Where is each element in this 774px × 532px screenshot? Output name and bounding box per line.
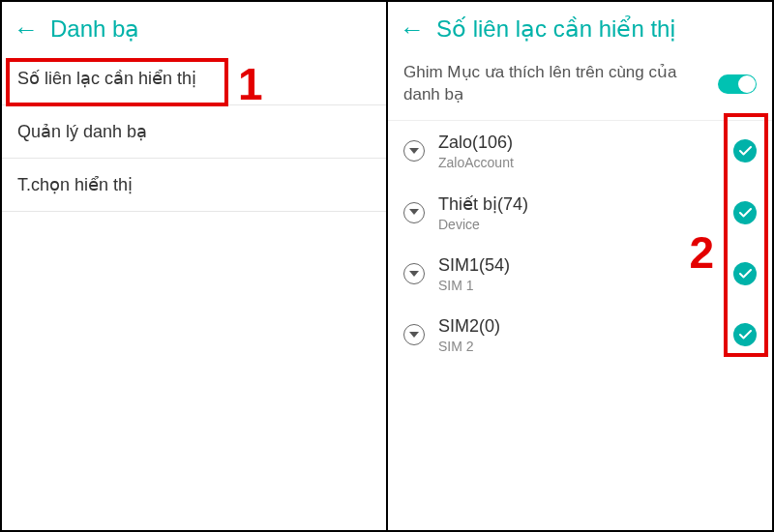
checkmark-icon[interactable]	[733, 201, 757, 224]
account-text: Zalo(106) ZaloAccount	[438, 133, 720, 170]
account-subtitle: Device	[438, 217, 720, 232]
account-text: SIM2(0) SIM 2	[438, 316, 720, 354]
back-icon[interactable]: ←	[14, 16, 39, 42]
expand-icon[interactable]	[403, 263, 425, 284]
back-icon[interactable]: ←	[400, 16, 425, 42]
expand-icon[interactable]	[403, 202, 425, 223]
pin-favorites-label: Ghim Mục ưa thích lên trên cùng của danh…	[403, 62, 708, 106]
account-title: SIM2(0)	[438, 316, 720, 337]
account-row-device[interactable]: Thiết bị(74) Device	[388, 182, 772, 244]
checkmark-icon[interactable]	[733, 262, 757, 285]
account-text: SIM1(54) SIM 1	[438, 255, 720, 293]
account-row-sim2[interactable]: SIM2(0) SIM 2	[388, 305, 772, 366]
header: ← Số liên lạc cần hiển thị	[388, 2, 772, 52]
page-title: Danh bạ	[50, 15, 139, 43]
account-row-sim1[interactable]: SIM1(54) SIM 1	[388, 244, 772, 305]
header: ← Danh bạ	[2, 2, 386, 52]
expand-icon[interactable]	[403, 324, 425, 345]
expand-icon[interactable]	[403, 140, 425, 162]
pin-favorites-toggle[interactable]	[718, 74, 757, 94]
two-pane-container: ← Danh bạ Số liên lạc cần hiển thị Quản …	[0, 0, 774, 532]
left-screen: ← Danh bạ Số liên lạc cần hiển thị Quản …	[2, 2, 388, 530]
checkmark-icon[interactable]	[733, 323, 757, 346]
account-text: Thiết bị(74) Device	[438, 193, 720, 232]
account-subtitle: SIM 2	[438, 339, 720, 354]
account-title: Zalo(106)	[438, 133, 720, 153]
checkmark-icon[interactable]	[733, 139, 757, 163]
menu-item-manage-contacts[interactable]: Quản lý danh bạ	[2, 105, 386, 159]
menu-item-contacts-to-display[interactable]: Số liên lạc cần hiển thị	[2, 52, 386, 105]
pin-favorites-row[interactable]: Ghim Mục ưa thích lên trên cùng của danh…	[388, 52, 772, 121]
account-title: SIM1(54)	[438, 255, 720, 276]
account-title: Thiết bị(74)	[438, 193, 720, 215]
annotation-number-1: 1	[238, 58, 263, 110]
page-title: Số liên lạc cần hiển thị	[436, 15, 676, 43]
account-subtitle: ZaloAccount	[438, 155, 720, 170]
account-row-zalo[interactable]: Zalo(106) ZaloAccount	[388, 121, 772, 182]
right-screen: ← Số liên lạc cần hiển thị Ghim Mục ưa t…	[388, 2, 772, 530]
annotation-number-2: 2	[689, 226, 714, 279]
account-subtitle: SIM 1	[438, 278, 720, 293]
menu-item-display-options[interactable]: T.chọn hiển thị	[2, 159, 386, 212]
